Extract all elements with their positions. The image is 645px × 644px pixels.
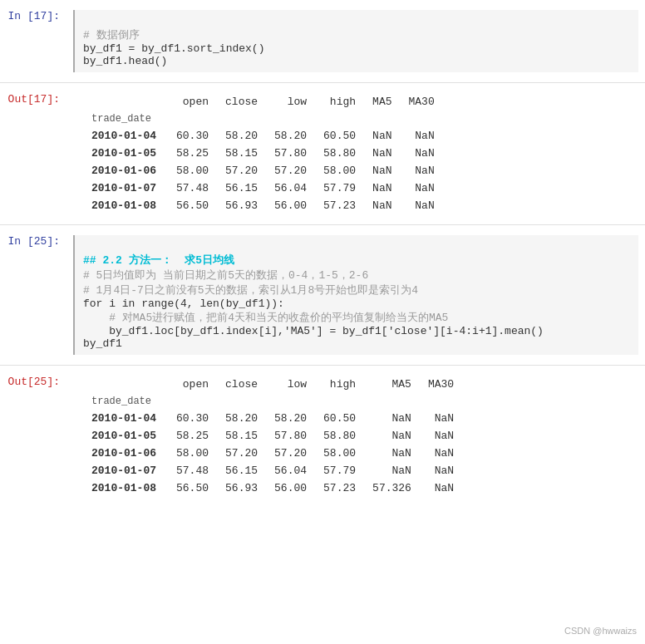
- table-2: open close low high MA5 MA30 trade_date …: [83, 376, 462, 497]
- out-1: Out[17]: open close low high MA5 MA30 tr…: [0, 83, 645, 225]
- out-2: Out[25]: open close low high MA5 MA30 tr…: [0, 366, 645, 507]
- index-name-2: trade_date: [83, 393, 168, 410]
- out-1-content: open close low high MA5 MA30 trade_date …: [66, 90, 645, 218]
- table-row: 2010-01-08 56.50 56.93 56.00 57.23 NaN N…: [83, 197, 443, 214]
- table-row: 2010-01-05 58.25 58.15 57.80 58.80 NaN N…: [83, 427, 462, 445]
- col-ma5-2: MA5: [364, 376, 420, 393]
- index-name-1: trade_date: [83, 111, 168, 127]
- code-block-2[interactable]: ## 2.2 方法一： 求5日均线 # 5日均值即为 当前日期之前5天的数据，0…: [73, 235, 638, 355]
- table-row: 2010-01-07 57.48 56.15 56.04 57.79 NaN N…: [83, 179, 443, 197]
- cell-2: In [25]: ## 2.2 方法一： 求5日均线 # 5日均值即为 当前日期…: [0, 225, 645, 366]
- col-close-2: close: [217, 376, 266, 393]
- code-line-2c: by_df1: [83, 337, 122, 350]
- col-open-1: open: [168, 93, 217, 111]
- cell-1: In [17]: # 数据倒序 by_df1 = by_df1.sort_ind…: [0, 0, 645, 83]
- table-row: 2010-01-06 58.00 57.20 57.20 58.00 NaN N…: [83, 162, 443, 179]
- out-2-content: open close low high MA5 MA30 trade_date …: [66, 372, 645, 500]
- col-high-2: high: [315, 376, 364, 393]
- comment-1: # 数据倒序: [83, 29, 140, 42]
- code-line-2b: by_df1.loc[by_df1.index[i],'MA5'] = by_d…: [83, 325, 544, 337]
- col-low-2: low: [266, 376, 315, 393]
- comment-2a: # 5日均值即为 当前日期之前5天的数据，0-4，1-5，2-6: [83, 269, 368, 282]
- cell-1-content: # 数据倒序 by_df1 = by_df1.sort_index() by_d…: [66, 7, 645, 76]
- col-ma5-1: MA5: [364, 93, 400, 111]
- table-row: 2010-01-08 56.50 56.93 56.00 57.23 57.32…: [83, 479, 462, 497]
- in-label-1: In [17]:: [0, 7, 66, 76]
- table-row: 2010-01-04 60.30 58.20 58.20 60.50 NaN N…: [83, 410, 462, 427]
- out-label-1: Out[17]:: [0, 90, 66, 218]
- col-high-1: high: [315, 93, 364, 111]
- table-1: open close low high MA5 MA30 trade_date …: [83, 93, 443, 214]
- col-open-2: open: [168, 376, 217, 393]
- table-row: 2010-01-04 60.30 58.20 58.20 60.50 NaN N…: [83, 127, 443, 145]
- table-row: 2010-01-05 58.25 58.15 57.80 58.80 NaN N…: [83, 145, 443, 162]
- code-line-2: by_df1.head(): [83, 55, 167, 67]
- comment-heading-2: ## 2.2 方法一： 求5日均线: [83, 254, 234, 267]
- col-low-1: low: [266, 93, 315, 111]
- index-header-1: [83, 93, 168, 111]
- col-ma30-1: MA30: [400, 93, 442, 111]
- out-label-2: Out[25]:: [0, 372, 66, 500]
- index-header-2: [83, 376, 168, 393]
- comment-2c: # 对MA5进行赋值，把前4天和当天的收盘价的平均值复制给当天的MA5: [83, 312, 448, 324]
- table-row: 2010-01-06 58.00 57.20 57.20 58.00 NaN N…: [83, 445, 462, 462]
- code-line-2a: for i in range(4, len(by_df1)):: [83, 297, 284, 310]
- code-block-1[interactable]: # 数据倒序 by_df1 = by_df1.sort_index() by_d…: [73, 10, 638, 72]
- col-ma30-2: MA30: [420, 376, 462, 393]
- col-close-1: close: [217, 93, 266, 111]
- table-row: 2010-01-07 57.48 56.15 56.04 57.79 NaN N…: [83, 462, 462, 479]
- in-label-2: In [25]:: [0, 232, 66, 358]
- cell-2-content: ## 2.2 方法一： 求5日均线 # 5日均值即为 当前日期之前5天的数据，0…: [66, 232, 645, 358]
- code-line-1: by_df1 = by_df1.sort_index(): [83, 42, 264, 55]
- comment-2b: # 1月4日-7日之前没有5天的数据，索引从1月8号开始也即是索引为4: [83, 284, 418, 297]
